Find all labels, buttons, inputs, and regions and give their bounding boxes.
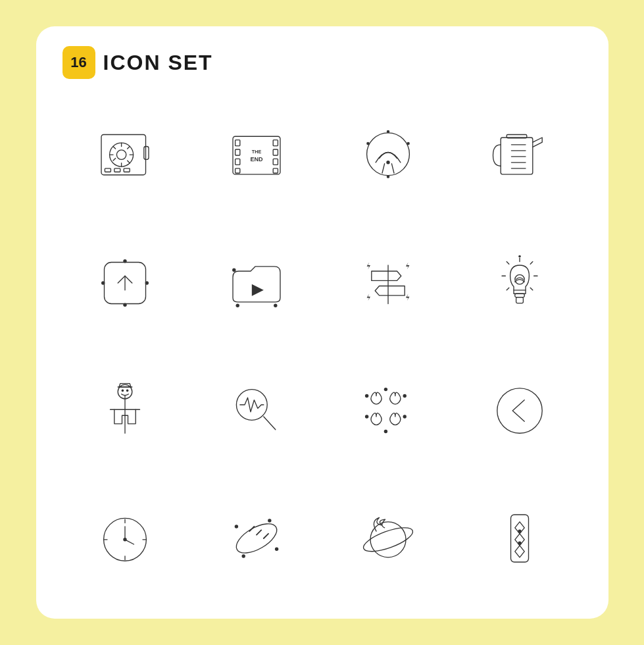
svg-point-30: [366, 142, 370, 145]
svg-line-54: [530, 262, 533, 265]
svg-marker-46: [251, 284, 263, 296]
svg-point-68: [126, 390, 128, 392]
bread-icon: [194, 478, 319, 599]
svg-line-56: [530, 288, 533, 290]
icon-count-badge: 16: [62, 46, 95, 79]
idea-icon: [457, 222, 582, 344]
svg-rect-20: [273, 140, 278, 146]
svg-point-76: [384, 430, 387, 433]
svg-rect-1: [143, 147, 148, 160]
svg-point-42: [101, 281, 105, 284]
svg-point-101: [518, 542, 521, 545]
svg-point-86: [232, 518, 281, 559]
svg-point-48: [274, 304, 277, 307]
kettle-icon: [457, 95, 582, 216]
svg-rect-52: [514, 294, 524, 297]
page-title: ICON SET: [103, 51, 213, 75]
svg-rect-21: [273, 149, 278, 155]
svg-point-32: [386, 130, 389, 134]
svg-point-47: [235, 304, 239, 307]
svg-point-95: [360, 523, 415, 556]
svg-point-49: [232, 269, 235, 272]
svg-line-10: [127, 147, 130, 149]
svg-point-91: [274, 548, 278, 551]
directions-icon: [326, 222, 451, 344]
svg-point-93: [268, 519, 271, 522]
svg-line-11: [113, 159, 116, 161]
svg-rect-14: [124, 168, 130, 172]
svg-point-67: [121, 390, 124, 392]
svg-line-9: [127, 161, 130, 163]
header: 16 ICON SET: [62, 46, 582, 79]
svg-rect-17: [235, 149, 239, 155]
svg-point-85: [123, 538, 126, 541]
main-card: 16 ICON SET: [36, 26, 608, 619]
scarecrow-icon: [62, 350, 187, 471]
svg-point-92: [241, 554, 245, 557]
svg-point-71: [364, 394, 368, 398]
svg-point-75: [384, 388, 387, 391]
fire-planet-icon: [326, 478, 451, 599]
svg-text:THE: THE: [251, 149, 261, 155]
svg-line-28: [382, 164, 385, 173]
video-folder-icon: [194, 222, 319, 344]
health-search-icon: [194, 350, 319, 471]
svg-point-33: [386, 175, 389, 178]
svg-point-45: [123, 303, 126, 307]
svg-rect-23: [273, 168, 278, 173]
svg-rect-19: [235, 168, 239, 173]
svg-rect-61: [516, 297, 523, 303]
svg-line-89: [263, 534, 268, 538]
svg-point-73: [364, 415, 368, 418]
svg-point-3: [116, 150, 126, 159]
decorative-border-icon: [457, 478, 582, 599]
svg-line-59: [507, 262, 509, 265]
svg-line-8: [113, 147, 116, 149]
svg-rect-22: [273, 159, 278, 165]
the-end-icon: THE END: [194, 95, 319, 216]
clock-icon: [62, 478, 187, 599]
svg-point-31: [407, 142, 410, 145]
svg-point-43: [145, 281, 148, 284]
back-arrow-icon: [457, 350, 582, 471]
svg-rect-16: [235, 140, 239, 146]
svg-text:END: END: [250, 156, 263, 163]
svg-point-27: [386, 161, 389, 164]
svg-point-26: [366, 133, 409, 176]
water-drops-icon: [326, 350, 451, 471]
svg-point-90: [234, 525, 237, 528]
svg-point-62: [518, 255, 521, 258]
wifi-signal-icon: [326, 95, 451, 216]
svg-line-29: [391, 164, 394, 173]
svg-point-77: [497, 388, 541, 433]
icon-grid: THE END: [62, 95, 582, 599]
svg-point-100: [518, 530, 521, 533]
svg-rect-13: [114, 168, 120, 172]
svg-marker-99: [514, 546, 524, 557]
svg-line-57: [507, 288, 509, 290]
svg-rect-12: [105, 168, 111, 172]
safe-icon: [62, 95, 187, 216]
svg-point-72: [403, 394, 406, 398]
svg-line-70: [263, 417, 275, 430]
svg-point-74: [403, 415, 406, 418]
svg-line-88: [257, 530, 261, 534]
svg-point-94: [370, 522, 406, 557]
svg-rect-18: [235, 159, 239, 165]
svg-point-44: [123, 259, 126, 263]
svg-line-87: [249, 527, 254, 531]
upload-button-icon: [62, 222, 187, 344]
